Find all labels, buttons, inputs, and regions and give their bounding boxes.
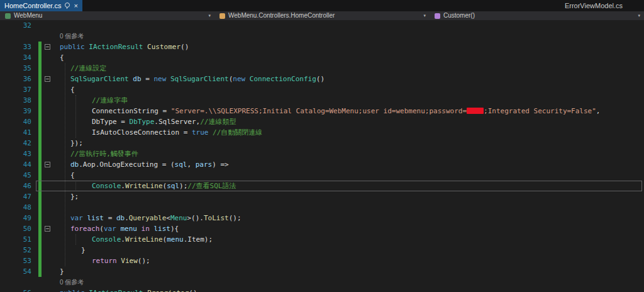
token-pln: . bbox=[121, 182, 125, 190]
code-line[interactable]: 38//連線字串 bbox=[0, 95, 644, 106]
line-number[interactable]: 54 bbox=[0, 266, 31, 277]
code-line[interactable]: 53return View(); bbox=[0, 256, 644, 266]
code-text[interactable]: }; bbox=[53, 191, 644, 202]
code-line[interactable]: 41IsAutoCloseConnection = true //自動關閉連線 bbox=[0, 127, 644, 138]
line-number[interactable]: 43 bbox=[0, 149, 31, 159]
code-text[interactable]: public IActionResult Proprietor() bbox=[53, 288, 644, 292]
outline-margin[interactable]: − bbox=[42, 159, 53, 170]
code-line[interactable]: 45{ bbox=[0, 170, 644, 181]
outline-margin[interactable]: − bbox=[42, 223, 53, 234]
code-line[interactable]: 50−foreach(var menu in list){ bbox=[0, 223, 644, 234]
token-var: db bbox=[133, 75, 145, 83]
code-text[interactable]: //當執行時,觸發事件 bbox=[53, 149, 644, 159]
line-number[interactable]: 53 bbox=[0, 256, 31, 266]
code-line[interactable]: 42}); bbox=[0, 138, 644, 149]
code-line[interactable]: 34{ bbox=[0, 52, 644, 63]
code-line[interactable]: 49var list = db.Queryable<Menu>().ToList… bbox=[0, 213, 644, 223]
line-number[interactable]: 33 bbox=[0, 42, 31, 52]
line-number[interactable]: 39 bbox=[0, 106, 31, 116]
collapse-icon[interactable]: − bbox=[45, 226, 50, 232]
breadcrumb-member-dropdown[interactable]: Customer() ▾ bbox=[430, 11, 644, 20]
code-text[interactable]: SqlSugarClient db = new SqlSugarClient(n… bbox=[53, 74, 644, 84]
line-number[interactable]: 41 bbox=[0, 127, 31, 138]
code-line[interactable]: 35//連線設定 bbox=[0, 63, 644, 74]
line-number[interactable]: 48 bbox=[0, 202, 31, 213]
line-number[interactable]: 32 bbox=[0, 20, 31, 31]
line-number[interactable]: 42 bbox=[0, 138, 31, 149]
line-number[interactable]: 46 bbox=[0, 181, 31, 191]
code-text[interactable]: DbType = DbType.SqlServer,//連線類型 bbox=[53, 116, 644, 127]
code-text[interactable]: Console.WriteLine(sql);//查看SQL語法 bbox=[53, 181, 644, 191]
code-line[interactable]: 40DbType = DbType.SqlServer,//連線類型 bbox=[0, 116, 644, 127]
code-text[interactable]: db.Aop.OnLogExecuting = (sql, pars) => bbox=[53, 159, 644, 170]
code-line[interactable]: 48 bbox=[0, 202, 644, 213]
codelens-row[interactable]: 0 個參考 bbox=[0, 31, 644, 42]
code-text[interactable] bbox=[53, 202, 644, 213]
token-type: DbType bbox=[130, 118, 155, 126]
collapse-icon[interactable]: − bbox=[45, 44, 50, 50]
code-text[interactable]: { bbox=[53, 52, 644, 63]
collapse-icon[interactable]: − bbox=[45, 162, 50, 167]
line-number[interactable]: 34 bbox=[0, 52, 31, 63]
code-line[interactable]: 33−public IActionResult Customer() bbox=[0, 42, 644, 52]
pin-icon[interactable] bbox=[65, 3, 70, 8]
code-line[interactable]: 54} bbox=[0, 266, 644, 277]
token-pln: () bbox=[180, 43, 189, 51]
code-line[interactable]: 46Console.WriteLine(sql);//查看SQL語法 bbox=[0, 181, 644, 191]
line-number[interactable] bbox=[0, 31, 31, 42]
code-line[interactable]: 47}; bbox=[0, 191, 644, 202]
token-pln: } bbox=[81, 246, 86, 254]
code-line[interactable]: 43//當執行時,觸發事件 bbox=[0, 149, 644, 159]
token-pln: . bbox=[125, 214, 129, 222]
line-number[interactable] bbox=[0, 277, 31, 288]
code-editor[interactable]: 320 個參考33−public IActionResult Customer(… bbox=[0, 20, 644, 292]
code-text[interactable]: //連線設定 bbox=[53, 63, 644, 74]
code-line[interactable]: 32 bbox=[0, 20, 644, 31]
outline-margin[interactable]: − bbox=[42, 74, 53, 84]
code-line[interactable]: 39ConnectionString = "Server=.\\SQLEXPRE… bbox=[0, 106, 644, 116]
breadcrumb-project-dropdown[interactable]: WebMenu ▾ bbox=[0, 11, 214, 20]
line-number[interactable]: 51 bbox=[0, 234, 31, 245]
line-number[interactable]: 52 bbox=[0, 245, 31, 256]
line-number[interactable]: 37 bbox=[0, 84, 31, 95]
code-text[interactable]: { bbox=[53, 170, 644, 181]
codelens-label[interactable]: 0 個參考 bbox=[53, 31, 644, 42]
code-text[interactable]: ConnectionString = "Server=.\\SQLEXPRESS… bbox=[53, 106, 644, 116]
code-text[interactable]: } bbox=[53, 266, 644, 277]
tab-homecontroller[interactable]: HomeController.cs × bbox=[0, 0, 82, 11]
line-number[interactable]: 40 bbox=[0, 116, 31, 127]
collapse-icon[interactable]: − bbox=[45, 76, 50, 82]
breadcrumb-type-dropdown[interactable]: WebMenu.Controllers.HomeController ▾ bbox=[214, 11, 430, 20]
code-text[interactable]: foreach(var menu in list){ bbox=[53, 223, 644, 234]
code-line[interactable]: 36−SqlSugarClient db = new SqlSugarClien… bbox=[0, 74, 644, 84]
line-number[interactable]: 45 bbox=[0, 170, 31, 181]
line-number[interactable]: 47 bbox=[0, 191, 31, 202]
line-number[interactable]: 35 bbox=[0, 63, 31, 74]
codelens-label[interactable]: 0 個參考 bbox=[53, 277, 644, 288]
codelens-row[interactable]: 0 個參考 bbox=[0, 277, 644, 288]
code-line[interactable]: 52} bbox=[0, 245, 644, 256]
code-line[interactable]: 37{ bbox=[0, 84, 644, 95]
code-text[interactable]: { bbox=[53, 84, 644, 95]
code-text[interactable]: IsAutoCloseConnection = true //自動關閉連線 bbox=[53, 127, 644, 138]
code-text[interactable]: //連線字串 bbox=[53, 95, 644, 106]
close-icon[interactable]: × bbox=[74, 3, 77, 9]
line-number[interactable]: 44 bbox=[0, 159, 31, 170]
line-number[interactable]: 49 bbox=[0, 213, 31, 223]
code-line[interactable]: 51Console.WriteLine(menu.Item); bbox=[0, 234, 644, 245]
outline-margin[interactable]: − bbox=[42, 42, 53, 52]
code-text[interactable]: public IActionResult Customer() bbox=[53, 42, 644, 52]
code-text[interactable]: Console.WriteLine(menu.Item); bbox=[53, 234, 644, 245]
code-text[interactable]: }); bbox=[53, 138, 644, 149]
line-number[interactable]: 36 bbox=[0, 74, 31, 84]
code-line[interactable]: 44−db.Aop.OnLogExecuting = (sql, pars) =… bbox=[0, 159, 644, 170]
code-text[interactable] bbox=[53, 20, 644, 31]
code-text[interactable]: return View(); bbox=[53, 256, 644, 266]
line-number[interactable]: 38 bbox=[0, 95, 31, 106]
code-line[interactable]: 56public IActionResult Proprietor() bbox=[0, 288, 644, 292]
code-text[interactable]: } bbox=[53, 245, 644, 256]
line-number[interactable]: 50 bbox=[0, 223, 31, 234]
code-text[interactable]: var list = db.Queryable<Menu>().ToList()… bbox=[53, 213, 644, 223]
line-number[interactable]: 56 bbox=[0, 288, 31, 292]
tab-errorviewmodel[interactable]: ErrorViewModel.cs bbox=[560, 0, 628, 11]
